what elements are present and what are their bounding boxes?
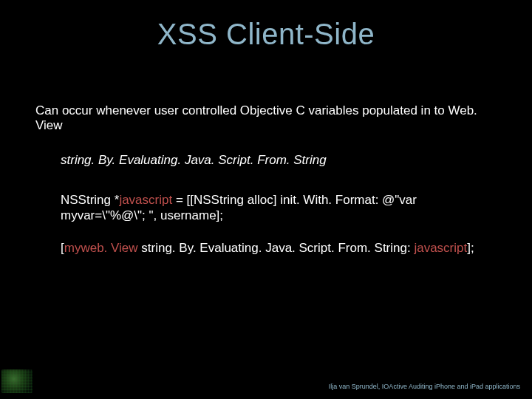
code1-js-keyword: javascript <box>119 193 172 207</box>
api-name: string. By. Evaluating. Java. Script. Fr… <box>61 153 497 168</box>
code2-object: myweb. View <box>64 241 138 255</box>
intro-text: Can occur whenever user controlled Objec… <box>35 103 497 134</box>
slide-title: XSS Client-Side <box>0 18 532 51</box>
code1-a: NSString * <box>61 193 119 207</box>
code-block-2: [myweb. View string. By. Evaluating. Jav… <box>61 241 497 256</box>
slide-body: Can occur whenever user controlled Objec… <box>35 103 497 256</box>
code2-arg: javascript <box>414 241 467 255</box>
code2-b: string. By. Evaluating. Java. Script. Fr… <box>138 241 415 255</box>
decorative-thumbnail <box>1 369 33 393</box>
code-block-1: NSString *javascript = [[NSString alloc]… <box>61 193 497 223</box>
slide: XSS Client-Side Can occur whenever user … <box>0 0 532 399</box>
attribution-text: Ilja van Sprundel, IOActive Auditing iPh… <box>329 383 520 390</box>
code2-c: ]; <box>467 241 474 255</box>
